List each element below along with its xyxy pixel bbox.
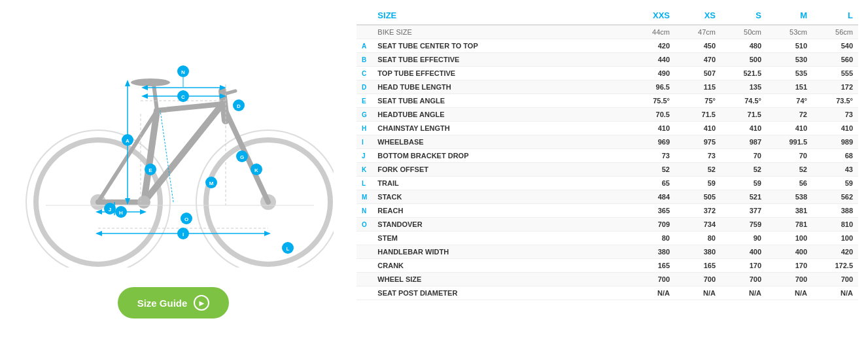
row-letter: B xyxy=(356,53,372,67)
row-s: 50cm xyxy=(721,25,767,39)
row-label: HEADTUBE ANGLE xyxy=(372,108,629,122)
row-l: 172 xyxy=(812,80,858,94)
row-s: N/A xyxy=(721,286,767,300)
row-xs: 115 xyxy=(675,80,721,94)
row-label: REACH xyxy=(372,204,629,218)
row-l: 388 xyxy=(812,204,858,218)
table-row: GHEADTUBE ANGLE70.571.571.57273 xyxy=(356,108,858,122)
arrow-icon: ► xyxy=(194,295,209,311)
row-label: HEAD TUBE LENGTH xyxy=(372,80,629,94)
svg-text:C: C xyxy=(181,94,185,100)
svg-line-7 xyxy=(157,104,222,111)
svg-marker-47 xyxy=(140,209,147,215)
row-xs: 507 xyxy=(675,67,721,80)
row-label: SEAT TUBE ANGLE xyxy=(372,94,629,108)
col-xxs-header: XXS xyxy=(629,7,675,25)
row-xs: 71.5 xyxy=(675,108,721,122)
row-letter: G xyxy=(356,108,372,122)
row-s: 400 xyxy=(721,245,767,259)
row-label: WHEELBASE xyxy=(372,135,629,149)
table-row: BSEAT TUBE EFFECTIVE440470500530560 xyxy=(356,53,858,67)
row-xxs: 165 xyxy=(629,259,675,273)
svg-text:E: E xyxy=(148,167,152,173)
col-size-header: SIZE xyxy=(372,7,629,25)
svg-text:G: G xyxy=(240,154,244,160)
row-label: HANDLEBAR WIDTH xyxy=(372,245,629,259)
row-xxs: 73 xyxy=(629,149,675,163)
row-s: 700 xyxy=(721,273,767,286)
table-row: DHEAD TUBE LENGTH96.5115135151172 xyxy=(356,80,858,94)
row-xxs: 65 xyxy=(629,177,675,190)
col-letter-header xyxy=(356,7,372,25)
row-letter: I xyxy=(356,135,372,149)
row-m: 53cm xyxy=(767,25,812,39)
specs-table: SIZE XXS XS S M L BIKE SIZE44cm47cm50cm5… xyxy=(356,7,858,300)
row-s: 410 xyxy=(721,122,767,135)
table-row: SEAT POST DIAMETERN/AN/AN/AN/AN/A xyxy=(356,286,858,300)
row-m: 700 xyxy=(767,273,812,286)
row-l: 43 xyxy=(812,163,858,177)
row-xs: 52 xyxy=(675,163,721,177)
row-l: 810 xyxy=(812,218,858,232)
row-letter: J xyxy=(356,149,372,163)
row-s: 71.5 xyxy=(721,108,767,122)
row-xxs: 410 xyxy=(629,122,675,135)
row-xxs: 709 xyxy=(629,218,675,232)
table-row: ESEAT TUBE ANGLE75.5°75°74.5°74°73.5° xyxy=(356,94,858,108)
row-xxs: 80 xyxy=(629,232,675,245)
row-m: 100 xyxy=(767,232,812,245)
row-letter: N xyxy=(356,204,372,218)
row-xxs: 969 xyxy=(629,135,675,149)
row-l: 410 xyxy=(812,122,858,135)
col-m-header: M xyxy=(767,7,812,25)
row-l: 73 xyxy=(812,108,858,122)
row-s: 759 xyxy=(721,218,767,232)
row-l: 100 xyxy=(812,232,858,245)
row-m: 538 xyxy=(767,190,812,204)
row-s: 480 xyxy=(721,39,767,53)
row-letter: H xyxy=(356,122,372,135)
size-guide-button[interactable]: Size Guide ► xyxy=(118,287,230,318)
row-l: 560 xyxy=(812,53,858,67)
row-m: 535 xyxy=(767,67,812,80)
svg-marker-29 xyxy=(141,94,148,99)
svg-text:I: I xyxy=(182,232,184,237)
row-xxs: 70.5 xyxy=(629,108,675,122)
row-label: SEAT TUBE CENTER TO TOP xyxy=(372,39,629,53)
svg-text:K: K xyxy=(254,167,258,173)
row-l: 989 xyxy=(812,135,858,149)
svg-text:L: L xyxy=(286,246,290,252)
row-m: 410 xyxy=(767,122,812,135)
table-row: WHEEL SIZE700700700700700 xyxy=(356,273,858,286)
row-xxs: 380 xyxy=(629,245,675,259)
row-letter: E xyxy=(356,94,372,108)
row-s: 521.5 xyxy=(721,67,767,80)
row-label: WHEEL SIZE xyxy=(372,273,629,286)
row-s: 135 xyxy=(721,80,767,94)
row-l: 56cm xyxy=(812,25,858,39)
row-xxs: N/A xyxy=(629,286,675,300)
row-xxs: 700 xyxy=(629,273,675,286)
row-l: 59 xyxy=(812,177,858,190)
row-xs: 75° xyxy=(675,94,721,108)
row-label: SEAT TUBE EFFECTIVE xyxy=(372,53,629,67)
row-label: SEAT POST DIAMETER xyxy=(372,286,629,300)
svg-text:H: H xyxy=(119,210,123,216)
row-s: 90 xyxy=(721,232,767,245)
row-label: CRANK xyxy=(372,259,629,273)
row-s: 377 xyxy=(721,204,767,218)
table-row: CRANK165165170170172.5 xyxy=(356,259,858,273)
row-letter xyxy=(356,273,372,286)
row-s: 70 xyxy=(721,149,767,163)
row-xs: 470 xyxy=(675,53,721,67)
row-letter: D xyxy=(356,80,372,94)
row-label: CHAINSTAY LENGTH xyxy=(372,122,629,135)
row-xs: 380 xyxy=(675,245,721,259)
row-l: 172.5 xyxy=(812,259,858,273)
row-xxs: 420 xyxy=(629,39,675,53)
row-s: 170 xyxy=(721,259,767,273)
row-m: 381 xyxy=(767,204,812,218)
row-label: BOTTOM BRACKET DROP xyxy=(372,149,629,163)
svg-marker-46 xyxy=(95,209,102,215)
row-xxs: 96.5 xyxy=(629,80,675,94)
